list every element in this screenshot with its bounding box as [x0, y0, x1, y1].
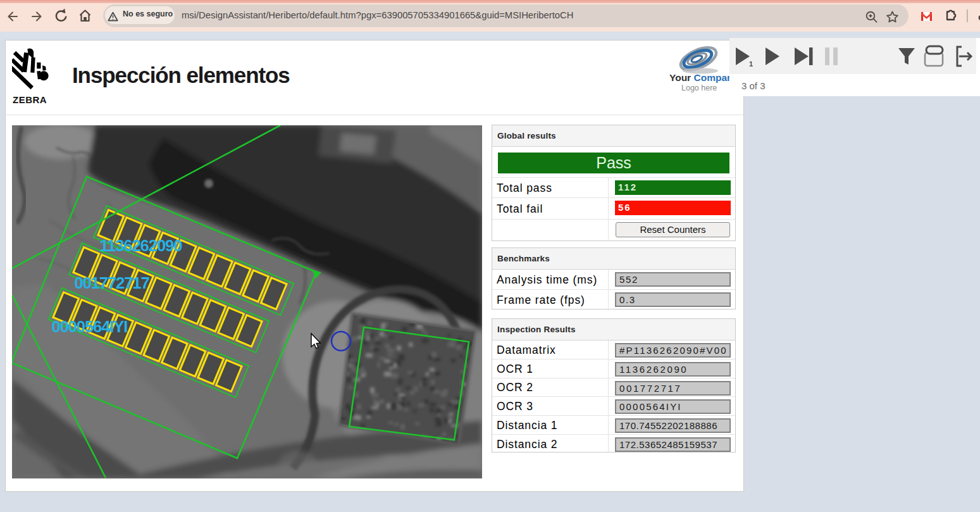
- svg-text:Logo here: Logo here: [681, 84, 717, 92]
- svg-text:Your Company: Your Company: [669, 72, 731, 83]
- svg-text:0000564IYI: 0000564IYI: [51, 317, 127, 336]
- svg-text:1: 1: [749, 60, 753, 68]
- svg-text:1136262090: 1136262090: [99, 236, 182, 255]
- svg-text:001772717: 001772717: [74, 273, 149, 292]
